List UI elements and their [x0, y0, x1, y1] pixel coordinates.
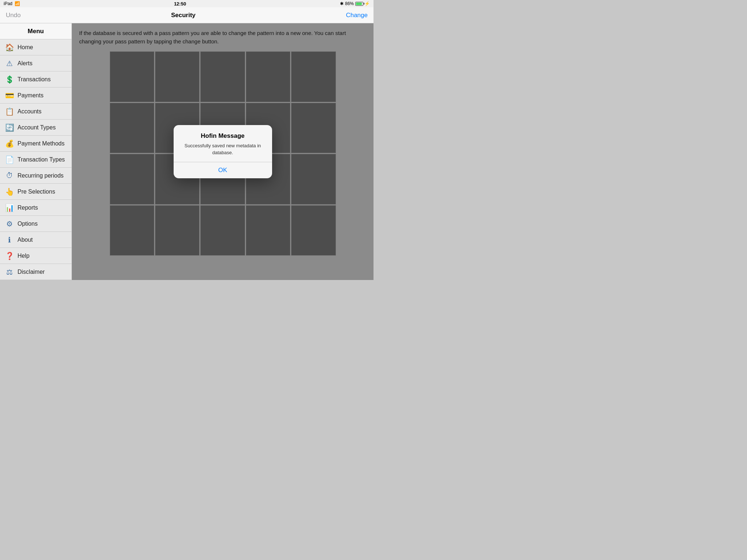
sidebar-item-transaction-types[interactable]: 📄 Transaction Types [0, 152, 71, 168]
account-types-icon: 🔄 [4, 123, 15, 132]
sidebar-item-label: Home [18, 44, 33, 51]
undo-button[interactable]: Undo [6, 12, 21, 19]
accounts-icon: 📋 [4, 107, 15, 116]
alert-message: Successfully saved new metadata in datab… [179, 143, 266, 156]
sidebar-item-home[interactable]: 🏠 Home [0, 39, 71, 55]
alerts-icon: ⚠ [4, 59, 15, 68]
sidebar-item-disclaimer[interactable]: ⚖ Disclaimer [0, 264, 71, 280]
sidebar-item-payments[interactable]: 💳 Payments [0, 88, 71, 104]
transactions-icon: 💲 [4, 75, 15, 84]
battery-percent: 86% [345, 1, 354, 6]
sidebar-item-label: Reports [18, 205, 38, 211]
change-button[interactable]: Change [346, 12, 368, 19]
sidebar-item-label: Recurring periods [18, 172, 63, 179]
nav-title: Security [171, 12, 196, 19]
about-icon: ℹ [4, 236, 15, 244]
battery-indicator: ⚡ [355, 1, 370, 6]
sidebar-item-label: Payment Methods [18, 140, 65, 147]
alert-buttons: OK [174, 162, 272, 178]
sidebar-item-help[interactable]: ❓ Help [0, 248, 71, 264]
device-label: iPad [4, 1, 12, 6]
sidebar-item-label: Options [18, 221, 38, 227]
payments-icon: 💳 [4, 91, 15, 100]
recurring-periods-icon: ⏱ [4, 171, 15, 180]
sidebar-item-label: Payments [18, 92, 43, 99]
sidebar-item-about[interactable]: ℹ About [0, 232, 71, 248]
nav-bar: Undo Security Change [0, 7, 374, 23]
sidebar-item-label: Help [18, 253, 30, 259]
sidebar-item-label: Alerts [18, 60, 32, 67]
ok-button[interactable]: OK [174, 162, 272, 178]
reports-icon: 📊 [4, 203, 15, 212]
sidebar-item-label: Accounts [18, 108, 42, 115]
sidebar: Menu 🏠 Home ⚠ Alerts 💲 Transactions 💳 Pa… [0, 23, 72, 280]
sidebar-item-alerts[interactable]: ⚠ Alerts [0, 55, 71, 71]
bluetooth-icon: ✱ [340, 1, 344, 6]
sidebar-item-account-types[interactable]: 🔄 Account Types [0, 120, 71, 136]
sidebar-item-payment-methods[interactable]: 💰 Payment Methods [0, 136, 71, 152]
sidebar-item-label: Transactions [18, 76, 51, 83]
sidebar-item-reports[interactable]: 📊 Reports [0, 200, 71, 216]
main-layout: Menu 🏠 Home ⚠ Alerts 💲 Transactions 💳 Pa… [0, 23, 374, 280]
home-icon: 🏠 [4, 43, 15, 52]
alert-content: Hofin Message Successfully saved new met… [174, 125, 272, 162]
status-right: ✱ 86% ⚡ [340, 1, 370, 6]
sidebar-item-transactions[interactable]: 💲 Transactions [0, 71, 71, 88]
status-time: 12:50 [174, 1, 186, 7]
lightning-icon: ⚡ [364, 1, 370, 6]
disclaimer-icon: ⚖ [4, 268, 15, 276]
main-content: If the database is secured with a pass p… [72, 23, 374, 280]
sidebar-header: Menu [0, 23, 71, 39]
sidebar-item-label: Account Types [18, 124, 56, 131]
sidebar-item-accounts[interactable]: 📋 Accounts [0, 104, 71, 120]
sidebar-item-label: Pre Selections [18, 188, 55, 195]
alert-dialog: Hofin Message Successfully saved new met… [174, 125, 272, 178]
alert-title: Hofin Message [179, 132, 266, 140]
sidebar-item-label: About [18, 237, 33, 243]
status-left: iPad 📶 [4, 1, 20, 6]
pre-selections-icon: 👆 [4, 187, 15, 196]
sidebar-item-label: Transaction Types [18, 156, 65, 163]
wifi-icon: 📶 [15, 1, 20, 6]
sidebar-item-recurring-periods[interactable]: ⏱ Recurring periods [0, 168, 71, 184]
dialog-overlay: Hofin Message Successfully saved new met… [72, 23, 374, 280]
status-bar: iPad 📶 12:50 ✱ 86% ⚡ [0, 0, 374, 7]
sidebar-item-pre-selections[interactable]: 👆 Pre Selections [0, 184, 71, 200]
options-icon: ⚙ [4, 219, 15, 228]
transaction-types-icon: 📄 [4, 155, 15, 164]
sidebar-item-options[interactable]: ⚙ Options [0, 216, 71, 232]
sidebar-item-label: Disclaimer [18, 269, 45, 275]
help-icon: ❓ [4, 252, 15, 260]
payment-methods-icon: 💰 [4, 139, 15, 148]
